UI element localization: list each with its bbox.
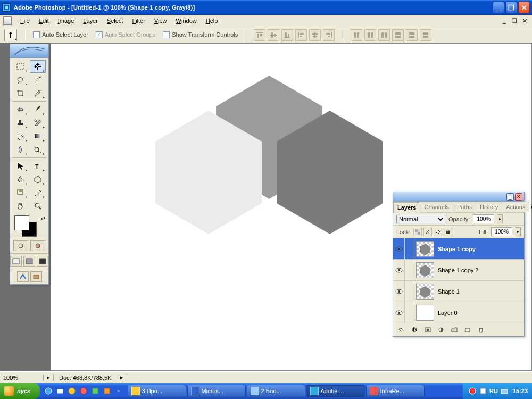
new-layer-button[interactable] <box>462 325 473 335</box>
distribute-top-button[interactable] <box>351 29 362 41</box>
screenmode-menubar-button[interactable] <box>23 256 35 267</box>
distribute-left-button[interactable] <box>392 29 404 41</box>
standard-mode-button[interactable] <box>13 240 28 251</box>
healing-tool[interactable]: ▸ <box>12 103 28 116</box>
align-vcenter-button[interactable] <box>268 29 279 41</box>
menu-image[interactable]: Image <box>54 16 78 26</box>
start-button[interactable]: пуск <box>0 383 40 399</box>
zoom-tool[interactable] <box>30 200 46 212</box>
doc-close-button[interactable]: ✕ <box>520 17 529 24</box>
ql-item[interactable] <box>66 385 77 397</box>
stamp-tool[interactable]: ▸ <box>12 117 28 129</box>
visibility-toggle[interactable] <box>393 260 405 280</box>
layer-row[interactable]: Layer 0 <box>393 302 524 323</box>
align-bottom-button[interactable] <box>281 29 293 41</box>
layer-mask-button[interactable] <box>422 325 434 335</box>
hand-tool[interactable] <box>12 200 28 212</box>
marquee-tool[interactable]: ▸ <box>12 60 28 73</box>
link-layers-button[interactable] <box>395 325 407 335</box>
move-tool[interactable]: ▸ <box>30 60 46 73</box>
menu-help[interactable]: Help <box>202 16 222 26</box>
taskbar-button[interactable]: 3 Про... <box>128 385 186 397</box>
menu-filter[interactable]: Filter <box>128 16 148 26</box>
link-cell[interactable] <box>405 302 413 323</box>
toolbox-header[interactable] <box>10 44 48 58</box>
minimize-button[interactable]: _ <box>493 2 504 13</box>
swap-colors-icon[interactable]: ⇄ <box>41 215 45 221</box>
eyedropper-tool[interactable]: ▸ <box>30 186 46 199</box>
document-size[interactable]: Doc: 468,8K/788,5K <box>54 375 117 381</box>
lock-position-button[interactable] <box>434 228 442 236</box>
layer-row[interactable]: Shape 1 copy 2 <box>393 259 524 280</box>
visibility-toggle[interactable] <box>393 302 405 323</box>
shape-tool[interactable]: ▸ <box>30 173 46 186</box>
type-tool[interactable]: T▸ <box>30 160 46 172</box>
tab-channels[interactable]: Channels <box>420 202 453 212</box>
doc-restore-button[interactable]: ❐ <box>510 17 519 24</box>
taskbar-button[interactable]: 2 Бло... <box>247 385 305 397</box>
group-button[interactable] <box>448 325 460 335</box>
distribute-vcenter-button[interactable] <box>364 29 376 41</box>
screenmode-standard-button[interactable] <box>10 256 22 267</box>
zoom-menu-button[interactable]: ▸ <box>44 374 54 381</box>
bridge-button[interactable] <box>30 271 42 282</box>
tab-history[interactable]: History <box>476 202 502 212</box>
layers-panel[interactable]: _ ✕ Layers Channels Paths History Action… <box>393 192 525 337</box>
align-right-button[interactable] <box>323 29 335 41</box>
tab-actions[interactable]: Actions <box>502 202 529 212</box>
brush-tool[interactable]: ▸ <box>30 103 46 116</box>
align-left-button[interactable] <box>295 29 307 41</box>
distribute-bottom-button[interactable] <box>378 29 390 41</box>
gradient-tool[interactable]: ▸ <box>30 130 46 143</box>
taskbar-button[interactable]: Micros... <box>187 385 246 397</box>
color-swatches[interactable]: ⇄ <box>10 214 48 238</box>
history-brush-tool[interactable]: ▸ <box>30 117 46 129</box>
opacity-value[interactable]: 100% <box>473 214 494 223</box>
notes-tool[interactable]: ▸ <box>12 186 28 199</box>
auto-select-layer-checkbox[interactable]: Auto Select Layer <box>33 31 88 39</box>
panel-minimize-button[interactable]: _ <box>506 193 514 201</box>
menu-select[interactable]: Select <box>103 16 127 26</box>
foreground-color-swatch[interactable] <box>14 215 29 230</box>
path-select-tool[interactable]: ▸ <box>12 160 28 172</box>
eraser-tool[interactable]: ▸ <box>12 130 28 143</box>
align-hcenter-button[interactable] <box>309 29 321 41</box>
tray-icon[interactable] <box>479 387 487 395</box>
crop-tool[interactable] <box>12 87 28 99</box>
tray-icon[interactable] <box>468 387 477 395</box>
screenmode-full-button[interactable] <box>37 256 48 267</box>
ql-item[interactable] <box>102 385 112 397</box>
docinfo-menu-button[interactable]: ▸ <box>117 374 127 381</box>
menu-layer[interactable]: Layer <box>79 16 102 26</box>
quickmask-mode-button[interactable] <box>30 240 45 251</box>
layer-row[interactable]: Shape 1 <box>393 280 524 302</box>
ql-item[interactable] <box>55 385 65 397</box>
menu-edit[interactable]: Edit <box>35 16 53 26</box>
blur-tool[interactable]: ▸ <box>12 143 28 156</box>
align-top-button[interactable] <box>254 29 265 41</box>
link-cell[interactable] <box>405 260 413 280</box>
panel-close-button[interactable]: ✕ <box>515 193 522 201</box>
visibility-toggle[interactable] <box>393 238 405 259</box>
slice-tool[interactable]: ▸ <box>30 87 46 99</box>
close-button[interactable]: ✕ <box>518 2 530 13</box>
pen-tool[interactable]: ▸ <box>12 173 28 186</box>
blend-mode-select[interactable]: Normal <box>396 215 445 223</box>
lock-pixels-button[interactable] <box>423 228 432 236</box>
layer-name[interactable]: Shape 1 <box>437 288 524 295</box>
layer-row[interactable]: Shape 1 copy <box>393 238 524 259</box>
layer-name[interactable]: Layer 0 <box>437 310 524 316</box>
layer-name[interactable]: Shape 1 copy 2 <box>437 267 524 273</box>
menu-view[interactable]: View <box>151 16 171 26</box>
taskbar-button[interactable]: Adobe ... <box>306 385 365 397</box>
doc-minimize-button[interactable]: _ <box>500 17 509 24</box>
delete-layer-button[interactable] <box>475 325 487 335</box>
distribute-right-button[interactable] <box>420 29 431 41</box>
layer-name[interactable]: Shape 1 copy <box>437 246 524 252</box>
taskbar-button[interactable]: InfraRe... <box>366 385 425 397</box>
toolbox-panel[interactable]: ▸ ▸ ▸ ▸ ▸ ▸ ▸ ▸ ▸ ▸ ▸ ▸ ▸ T▸ ▸ ▸ ▸ ▸ ⇄ <box>10 44 49 285</box>
show-transform-checkbox[interactable]: Show Transform Controls <box>163 31 238 39</box>
lock-all-button[interactable] <box>444 228 452 236</box>
clock[interactable]: 15:23 <box>513 388 528 394</box>
language-indicator[interactable]: RU <box>489 388 498 394</box>
